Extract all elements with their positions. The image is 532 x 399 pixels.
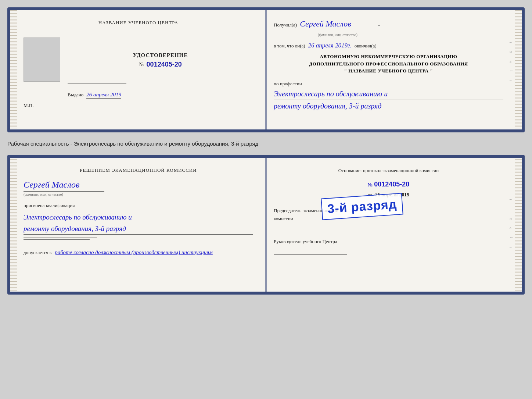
- org-name: НАЗВАНИЕ УЧЕБНОГО ЦЕНТРА: [348, 68, 429, 74]
- profession-line1: Электрослесарь по обслуживанию и: [274, 88, 503, 100]
- right-margin-letters-1: – и а ← –: [510, 40, 514, 82]
- decision-label: Решением экаменационной комиссии: [24, 167, 253, 174]
- vydano-date: 26 апреля 2019: [86, 92, 121, 99]
- received-name: Сергей Маслов: [300, 19, 373, 29]
- number-prefix: №: [139, 61, 144, 68]
- head-label: Руководитель учебного Центра: [274, 238, 503, 246]
- stamp-area: Председатель экзаменационной комиссии 3-…: [274, 207, 503, 223]
- received-row: Получил(а) Сергей Маслов –: [274, 19, 503, 29]
- admitted-prefix: допускается к: [24, 250, 52, 255]
- doc2-number: 0012405-20: [374, 181, 409, 188]
- profession-block: по профессии Электрослесарь по обслужива…: [274, 80, 503, 112]
- right-margin-letters-2: – – – и а ← – –: [510, 187, 514, 259]
- received-prefix: Получил(а): [274, 21, 297, 29]
- qual-line2: ремонту оборудования, 3-й разряд: [24, 223, 253, 235]
- fio-label1: (фамилия, имя, отчество): [318, 33, 503, 37]
- head-row: Руководитель учебного Центра: [274, 238, 503, 255]
- vydano-prefix: Выдано: [68, 92, 83, 97]
- doc1-left-half: НАЗВАНИЕ УЧЕБНОГО ЦЕНТРА УДОСТОВЕРЕНИЕ №…: [10, 10, 263, 129]
- basis-label: Основание: протокол экзаменационной коми…: [274, 167, 503, 175]
- number-prefix2: №: [368, 182, 373, 188]
- in-that-prefix: в том, что он(а): [274, 42, 305, 50]
- between-label: Рабочая специальность - Электрослесарь п…: [7, 139, 525, 148]
- doc2-left-half: Решением экаменационной комиссии Сергей …: [10, 158, 263, 292]
- page-wrapper: НАЗВАНИЕ УЧЕБНОГО ЦЕНТРА УДОСТОВЕРЕНИЕ №…: [7, 7, 525, 295]
- in-that-date: 26 апреля 2019г.: [308, 42, 352, 49]
- org-line2: ДОПОЛНИТЕЛЬНОГО ПРОФЕССИОНАЛЬНОГО ОБРАЗО…: [274, 60, 503, 68]
- fio-label2: (фамилия, имя, отчество): [24, 192, 253, 196]
- profession-line2: ремонту оборудования, 3-й разряд: [274, 100, 503, 112]
- dash1: –: [378, 22, 380, 28]
- udost-number: 0012405-20: [147, 61, 182, 68]
- stamp-text: 3-й разряд: [327, 197, 398, 216]
- org-line1: АВТОНОМНУЮ НЕКОММЕРЧЕСКУЮ ОРГАНИЗАЦИЮ: [274, 53, 503, 60]
- org-quote2: ": [430, 68, 433, 74]
- doc2-right-half: Основание: протокол экзаменационной коми…: [263, 158, 522, 292]
- qualification-prefix: присвоена квалификация: [24, 202, 253, 210]
- org-name-line: " НАЗВАНИЕ УЧЕБНОГО ЦЕНТРА ": [274, 67, 503, 75]
- document-1: НАЗВАНИЕ УЧЕБНОГО ЦЕНТРА УДОСТОВЕРЕНИЕ №…: [7, 7, 525, 132]
- profession-prefix: по профессии: [274, 80, 503, 88]
- org-block: АВТОНОМНУЮ НЕКОММЕРЧЕСКУЮ ОРГАНИЗАЦИЮ ДО…: [274, 53, 503, 75]
- qual-line1: Электрослесарь по обслуживанию и: [24, 212, 253, 223]
- in-that-row: в том, что он(а) 26 апреля 2019г. окончи…: [274, 42, 503, 50]
- mp-label: М.П.: [24, 103, 253, 108]
- doc1-right-half: Получил(а) Сергей Маслов – (фамилия, имя…: [263, 10, 522, 129]
- document-2: Решением экаменационной комиссии Сергей …: [7, 155, 525, 295]
- finished-label: окончил(а): [355, 42, 377, 50]
- admitted-row: допускается к работе согласно должностны…: [24, 249, 253, 257]
- udost-title: УДОСТОВЕРЕНИЕ: [68, 52, 253, 58]
- org-quote1: ": [344, 68, 347, 74]
- admitted-text: работе согласно должностным (производств…: [55, 249, 213, 255]
- photo-placeholder: [24, 38, 60, 82]
- number-row: № 0012405-20: [274, 181, 503, 188]
- doc1-training-center-title: НАЗВАНИЕ УЧЕБНОГО ЦЕНТРА: [24, 19, 253, 26]
- person-name: Сергей Маслов: [24, 180, 79, 189]
